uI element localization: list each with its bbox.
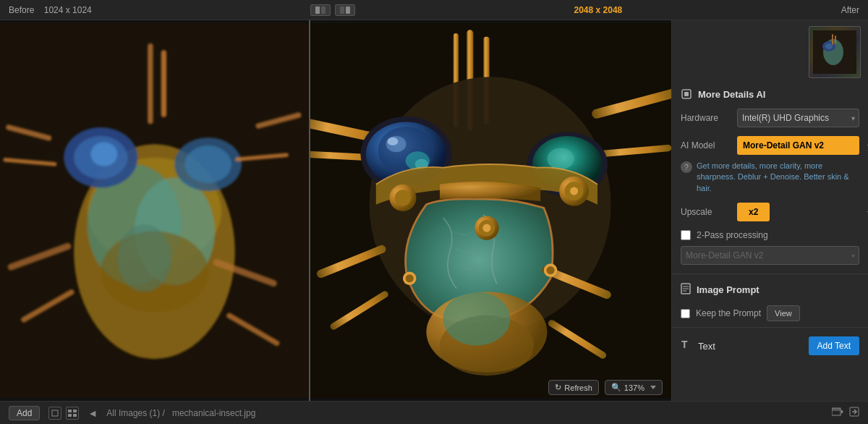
svg-rect-15 [161, 50, 166, 117]
second-pass-select-area: More-Detail GAN v2 ▾ [681, 246, 859, 265]
help-icon[interactable]: ? [681, 161, 692, 173]
before-size: 1024 x 1024 [44, 5, 92, 15]
nav-back-arrow[interactable]: ◄ [88, 407, 98, 419]
bottom-bar: Add ◄ All Images (1) / mechanical-insect… [0, 401, 868, 424]
more-details-ai-header: More Details AI [672, 84, 868, 104]
svg-rect-80 [68, 414, 72, 417]
zoom-level: 137% [624, 383, 644, 392]
refresh-button[interactable]: ↻ Refresh [548, 380, 599, 395]
refresh-icon: ↻ [555, 383, 561, 392]
ai-icon [681, 88, 692, 100]
svg-rect-2 [340, 7, 344, 14]
ai-model-badge[interactable]: More-Detail GAN v2 [737, 136, 859, 155]
image-prompt-header: Image Prompt [672, 277, 868, 302]
single-view-icon[interactable] [48, 407, 61, 420]
svg-marker-84 [841, 410, 843, 414]
file-name: mechanical-insect.jpg [172, 408, 255, 418]
before-label: Before [9, 5, 34, 15]
svg-point-13 [184, 145, 231, 183]
grid-view-icon[interactable] [66, 407, 79, 420]
thumbnail-area [672, 20, 868, 84]
refresh-label: Refresh [564, 383, 592, 392]
two-pass-row: 2-Pass processing [672, 226, 868, 245]
split-full-icon[interactable] [335, 4, 355, 16]
svg-point-44 [547, 148, 574, 170]
before-section: Before 1024 x 1024 [9, 5, 92, 15]
help-text: Get more details, more clarity, more sha… [697, 161, 859, 194]
image-thumbnail [809, 26, 861, 78]
svg-point-11 [90, 142, 117, 166]
zoom-chevron-icon [650, 386, 656, 389]
svg-point-67 [825, 43, 833, 49]
second-pass-select[interactable]: More-Detail GAN v2 [681, 246, 859, 265]
svg-rect-83 [832, 408, 841, 411]
after-size: 2048 x 2048 [574, 5, 623, 15]
two-pass-checkbox[interactable] [681, 230, 691, 240]
svg-rect-68 [832, 34, 833, 45]
svg-point-63 [395, 190, 411, 205]
svg-point-56 [546, 266, 554, 274]
image-bottom-controls: ↻ Refresh 🔍 137% [548, 380, 663, 395]
ai-model-row: AI Model More-Detail GAN v2 ▾ [672, 132, 868, 159]
bottom-right-icons [832, 407, 859, 419]
svg-rect-81 [73, 414, 77, 417]
view-mode-icons [48, 407, 79, 420]
before-image-panel [0, 20, 309, 401]
svg-rect-71 [684, 92, 689, 96]
svg-rect-79 [73, 410, 77, 412]
zoom-icon: 🔍 [611, 383, 621, 392]
two-pass-label: 2-Pass processing [697, 230, 768, 240]
panel-divider-1 [672, 274, 868, 274]
file-path: All Images (1) / mechanical-insect.jpg [106, 408, 823, 418]
image-prompt-label: Image Prompt [697, 284, 760, 295]
svg-point-58 [406, 274, 414, 282]
text-icon: T [681, 338, 692, 354]
text-section-row: T Text Add Text [672, 331, 868, 361]
add-text-button[interactable]: Add Text [809, 336, 859, 355]
zoom-control[interactable]: 🔍 137% [605, 380, 663, 395]
svg-rect-1 [321, 7, 326, 14]
export-icon[interactable] [849, 407, 859, 419]
upscale-badge[interactable]: x2 [737, 203, 770, 221]
svg-rect-3 [346, 7, 350, 14]
ai-model-label: AI Model [681, 140, 731, 150]
svg-rect-77 [52, 410, 58, 416]
ai-model-select-wrapper: More-Detail GAN v2 ▾ [737, 136, 859, 155]
after-label: After [841, 5, 859, 15]
right-panel: More Details AI Hardware Intel(R) UHD Gr… [671, 20, 868, 401]
svg-point-47 [443, 292, 510, 345]
svg-rect-78 [68, 410, 72, 412]
image-panel: ↻ Refresh 🔍 137% [0, 20, 671, 401]
file-path-prefix: All Images (1) / [106, 408, 165, 418]
svg-text:T: T [681, 339, 688, 350]
svg-rect-69 [835, 35, 836, 44]
compare-divider [309, 20, 310, 401]
top-bar: Before 1024 x 1024 2048 x 2048 After [0, 0, 868, 20]
text-label: Text [698, 341, 803, 352]
split-half-icon[interactable] [310, 4, 331, 16]
hardware-select-wrapper: Intel(R) UHD Graphics ▾ [737, 109, 859, 127]
image-compare: ↻ Refresh 🔍 137% [0, 20, 671, 401]
upscale-row: Upscale x2 ▾ [672, 198, 868, 226]
keep-prompt-label: Keep the Prompt [696, 308, 761, 318]
hardware-label: Hardware [681, 113, 731, 123]
svg-point-50 [482, 224, 490, 232]
svg-point-61 [570, 187, 578, 195]
hardware-row: Hardware Intel(R) UHD Graphics ▾ [672, 104, 868, 132]
keep-prompt-row: Keep the Prompt View [672, 302, 868, 324]
main-content: ↻ Refresh 🔍 137% [0, 20, 868, 401]
image-info-icon[interactable] [832, 407, 843, 419]
split-icons [310, 4, 355, 16]
svg-point-21 [117, 224, 171, 292]
upscale-select-wrapper: x2 ▾ [737, 203, 859, 221]
svg-rect-14 [148, 43, 153, 124]
add-button[interactable]: Add [9, 406, 40, 420]
upscale-label: Upscale [681, 207, 731, 217]
view-button[interactable]: View [767, 305, 800, 321]
image-prompt-icon [681, 283, 691, 297]
help-row: ? Get more details, more clarity, more s… [672, 159, 868, 198]
keep-prompt-checkbox[interactable] [681, 309, 690, 318]
svg-rect-0 [315, 7, 320, 14]
hardware-select[interactable]: Intel(R) UHD Graphics [737, 109, 859, 127]
panel-divider-2 [672, 327, 868, 328]
